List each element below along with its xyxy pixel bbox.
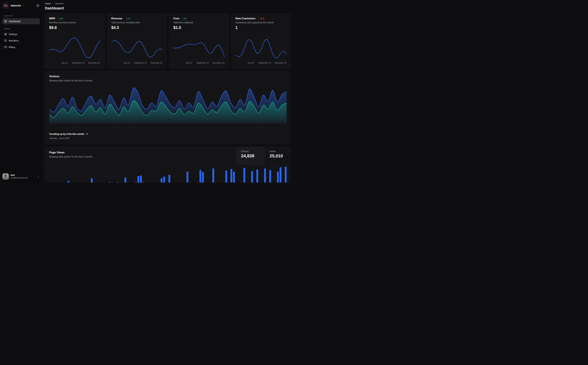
chevrons-up-down-icon[interactable] — [37, 175, 39, 178]
team-name: Makerkit — [11, 4, 21, 7]
user-email: test@makerkit.dev — [11, 177, 28, 179]
stat-card-revenue: Revenue ↑12% Total revenue including fee… — [107, 13, 167, 68]
mobile-total: 25,010 — [270, 153, 291, 159]
user-menu[interactable]: test test@makerkit.dev — [0, 171, 42, 182]
breadcrumb: Home Makerkit — [45, 2, 291, 5]
sidebar-item-label: Members — [9, 39, 19, 42]
visitors-card: Visitors Showing total visitors for the … — [45, 71, 291, 144]
stat-value: $4.3 — [111, 25, 163, 30]
sparkline-chart — [173, 36, 225, 60]
stat-cards-row: MRR ↑20% Monthly recurring revenue $9.6 … — [45, 13, 291, 68]
x-tick: December 24 — [275, 62, 286, 64]
visitors-footer: Trending up by 5.2% this month — [49, 133, 88, 135]
sidebar-section-settings: Settings — [4, 28, 38, 30]
sidebar-header: m Makerkit — [0, 0, 42, 10]
x-tick: December 24 — [150, 62, 162, 64]
x-axis-labels: July 24 September 24 December 24 — [49, 62, 100, 64]
sidebar-section-application: Application — [4, 15, 38, 17]
gear-icon — [4, 33, 7, 35]
mobile-label: Mobile — [270, 150, 291, 153]
sidebar-item-billing[interactable]: Billing — [2, 44, 40, 50]
stat-description: Monthly recurring revenue — [49, 21, 100, 24]
x-tick: July 24 — [248, 62, 254, 64]
x-axis-labels: July 24 September 24 December 24 — [173, 62, 225, 64]
desktop-toggle[interactable]: Desktop 24,828 — [236, 147, 264, 165]
arrow-up-icon: ↑ — [58, 17, 59, 20]
visitors-area-chart — [49, 86, 287, 123]
trend-badge: ↑12% — [125, 17, 131, 20]
x-tick: December 24 — [212, 62, 224, 64]
chevron-right-icon — [52, 3, 54, 5]
stat-title: MRR — [49, 17, 55, 20]
page-views-header: Page Views Showing total visitors for th… — [45, 147, 291, 165]
page-views-title: Page Views — [49, 151, 236, 154]
makerkit-logo-letter: m — [4, 3, 7, 7]
x-axis-labels: July 24 September 24 December 24 — [111, 62, 163, 64]
sparkline-chart — [49, 36, 100, 60]
mobile-toggle[interactable]: Mobile 25,010 — [264, 147, 291, 165]
page-title: Dashboard — [45, 6, 291, 10]
x-tick: July 24 — [123, 62, 130, 64]
desktop-label: Desktop — [241, 150, 264, 153]
desktop-total: 24,828 — [241, 153, 264, 159]
sidebar-item-label: Settings — [9, 33, 17, 35]
stat-card-fees: Fees ↑9% Total fees collected $1.0 July … — [169, 13, 229, 68]
sidebar-item-dashboard[interactable]: Dashboard — [2, 18, 40, 24]
page-views-card: Page Views Showing total visitors for th… — [45, 147, 291, 182]
x-tick: September 24 — [196, 62, 209, 64]
stat-title: New Customers — [235, 17, 256, 20]
trend-badge: ↓-25% — [258, 17, 264, 20]
members-icon — [4, 39, 7, 42]
stat-value: $9.6 — [49, 25, 100, 30]
bell-icon[interactable] — [36, 4, 39, 7]
x-tick: December 24 — [88, 62, 100, 64]
arrow-down-icon: ↓ — [258, 17, 259, 20]
breadcrumb-home-link[interactable]: Home — [45, 2, 51, 5]
trending-up-icon — [85, 133, 88, 135]
x-axis-labels: July 24 September 24 December 24 — [235, 62, 287, 64]
x-tick: July 24 — [186, 62, 192, 64]
sidebar-item-label: Billing — [9, 46, 15, 49]
sidebar-item-label: Dashboard — [9, 20, 21, 23]
chevrons-up-down-icon[interactable] — [22, 5, 24, 7]
stat-description: Total revenue including fees — [111, 21, 163, 24]
stat-value: 1 — [235, 25, 287, 30]
sidebar-item-members[interactable]: Members — [2, 38, 40, 44]
page-views-subtitle: Showing total visitors for the last 3 mo… — [49, 155, 236, 158]
stat-card-new-customers: New Customers ↓-25% Customers who signed… — [231, 13, 291, 68]
page-views-bar-chart — [49, 163, 287, 182]
stat-value: $1.0 — [173, 25, 225, 30]
makerkit-logo[interactable]: m — [2, 2, 9, 9]
sidebar-item-settings[interactable]: Settings — [2, 31, 40, 37]
stat-title: Revenue — [111, 17, 122, 20]
arrow-up-icon: ↑ — [182, 17, 183, 20]
dashboard-grid-icon — [4, 20, 7, 23]
sparkline-chart — [111, 36, 163, 60]
x-tick: July 24 — [61, 62, 68, 64]
visitors-title: Visitors — [49, 75, 287, 78]
x-tick: September 24 — [72, 62, 84, 64]
stat-card-mrr: MRR ↑20% Monthly recurring revenue $9.6 … — [45, 13, 104, 68]
trend-badge: ↑9% — [182, 17, 187, 20]
arrow-up-icon: ↑ — [125, 17, 126, 20]
x-tick: September 24 — [258, 62, 271, 64]
user-name: test — [11, 174, 28, 177]
stat-description: Customers who signed up this month — [235, 21, 287, 24]
stat-title: Fees — [173, 17, 179, 20]
breadcrumb-current: Makerkit — [55, 2, 63, 5]
sidebar: m Makerkit Application Dashboard Setting… — [0, 0, 42, 182]
sidebar-nav: Application Dashboard Settings Settings … — [0, 10, 42, 50]
x-tick: September 24 — [134, 62, 146, 64]
stat-description: Total fees collected — [173, 21, 225, 24]
user-avatar — [2, 173, 9, 180]
visitors-period: January - June 2024 — [49, 137, 69, 140]
billing-card-icon — [4, 46, 7, 49]
visitors-subtitle: Showing total visitors for the last 6 mo… — [49, 79, 287, 82]
trend-badge: ↑20% — [58, 17, 63, 20]
sparkline-chart — [235, 36, 287, 60]
main-content: Home Makerkit Dashboard MRR ↑20% Monthly… — [42, 0, 294, 182]
